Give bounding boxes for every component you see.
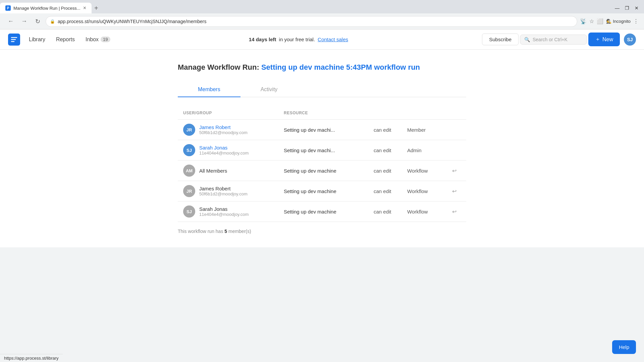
search-placeholder: Search or Ctrl+K	[533, 37, 568, 42]
tab-bar: P Manage Workflow Run | Process... × + —…	[0, 0, 644, 13]
app: Library Reports Inbox 19 14 days left in…	[0, 29, 644, 247]
resource-cell: Setting up dev machi...	[284, 127, 374, 133]
trial-days: 14 days left	[249, 37, 276, 42]
bookmark-icon[interactable]: ☆	[589, 18, 594, 24]
permission-cell: can edit	[374, 168, 407, 174]
user-info: James Robert 50f6b1d2@moodjoy.com	[199, 186, 248, 196]
user-info: Sarah Jonas 11e404e4@moodjoy.com	[199, 206, 249, 217]
inbox-badge: 19	[101, 37, 110, 42]
user-info: All Members	[199, 168, 227, 174]
plus-icon: ＋	[595, 36, 600, 43]
active-tab[interactable]: P Manage Workflow Run | Process... ×	[0, 3, 92, 13]
incognito-button[interactable]: 🕵 Incognito	[606, 19, 631, 24]
incognito-icon: 🕵	[606, 19, 611, 24]
url-text: app.process.st/runs/uQWKyUNWhTEUYnMcjSNJ…	[58, 19, 573, 24]
col-resource-header: RESOURCE	[284, 111, 374, 115]
user-info: James Robert 50f6b1d2@moodjoy.com	[199, 124, 248, 135]
user-cell: JR James Robert 50f6b1d2@moodjoy.com	[183, 124, 284, 136]
user-name: All Members	[199, 168, 227, 174]
profile-icon[interactable]: ⬜	[597, 18, 603, 24]
user-avatar-small: AM	[183, 165, 195, 177]
subscribe-button[interactable]: Subscribe	[482, 34, 519, 45]
user-cell: SJ Sarah Jonas 11e404e4@moodjoy.com	[183, 205, 284, 218]
user-email: 11e404e4@moodjoy.com	[199, 150, 249, 156]
table-row: SJ Sarah Jonas 11e404e4@moodjoy.com Sett…	[178, 140, 466, 160]
trial-text: in your free trial.	[279, 37, 315, 42]
resource-cell: Setting up dev machine	[284, 188, 374, 194]
revert-icon[interactable]: ↩	[452, 208, 457, 215]
library-nav[interactable]: Library	[24, 34, 50, 45]
user-cell: JR James Robert 50f6b1d2@moodjoy.com	[183, 185, 284, 197]
more-options-icon[interactable]: ⋮	[633, 18, 639, 24]
tab-title: Manage Workflow Run | Process...	[13, 6, 80, 11]
search-icon: 🔍	[524, 37, 530, 42]
trial-banner: 14 days left in your free trial. Contact…	[249, 37, 348, 42]
status-bar: https://app.process.st/library	[0, 354, 63, 362]
user-name: Sarah Jonas	[199, 206, 249, 212]
inbox-nav[interactable]: Inbox 19	[81, 34, 115, 45]
top-nav: Library Reports Inbox 19 14 days left in…	[0, 29, 644, 50]
app-logo[interactable]	[8, 34, 20, 46]
help-button[interactable]: Help	[612, 340, 636, 354]
table-row: AM All Members Setting up dev machine ca…	[178, 160, 466, 181]
user-avatar-small: SJ	[183, 144, 195, 156]
user-avatar-small: JR	[183, 124, 195, 136]
col-user-header: USER/GROUP	[183, 111, 284, 115]
forward-button[interactable]: →	[19, 16, 30, 27]
count-suffix: member(s)	[227, 229, 251, 234]
minimize-button[interactable]: —	[615, 5, 620, 11]
back-button[interactable]: ←	[5, 16, 16, 27]
permission-cell: can edit	[374, 127, 407, 133]
resource-cell: Setting up dev machi...	[284, 147, 374, 153]
role-cell: Workflow	[407, 209, 447, 215]
user-email: 50f6b1d2@moodjoy.com	[199, 130, 248, 135]
restore-button[interactable]: ❐	[625, 5, 629, 11]
action-cell: ↩	[447, 208, 461, 215]
tabs: Members Activity	[178, 82, 466, 97]
user-name: James Robert	[199, 186, 248, 191]
user-name-link[interactable]: Sarah Jonas	[199, 145, 249, 150]
close-button[interactable]: ✕	[635, 5, 639, 11]
col-action-header	[447, 111, 461, 115]
role-cell: Member	[407, 127, 447, 133]
role-cell: Workflow	[407, 188, 447, 194]
col-permission-header	[374, 111, 407, 115]
resource-cell: Setting up dev machine	[284, 209, 374, 215]
revert-icon[interactable]: ↩	[452, 188, 457, 194]
inbox-label: Inbox	[86, 37, 99, 43]
new-label: New	[602, 37, 613, 43]
table-row: JR James Robert 50f6b1d2@moodjoy.com Set…	[178, 181, 466, 201]
permission-cell: can edit	[374, 147, 407, 153]
user-email: 50f6b1d2@moodjoy.com	[199, 191, 248, 196]
members-table: USER/GROUP RESOURCE JR James Robert 50f6…	[178, 108, 466, 222]
col-role-header	[407, 111, 447, 115]
revert-icon[interactable]: ↩	[452, 168, 457, 174]
workflow-run-link[interactable]: Setting up dev machine 5:43PM workflow r…	[261, 63, 420, 71]
tab-activity[interactable]: Activity	[240, 82, 298, 97]
user-avatar[interactable]: SJ	[624, 34, 636, 46]
window-controls: — ❐ ✕	[615, 5, 644, 11]
search-box[interactable]: 🔍 Search or Ctrl+K	[520, 35, 587, 45]
permission-cell: can edit	[374, 209, 407, 215]
page-title: Manage Workflow Run: Setting up dev mach…	[178, 63, 466, 72]
user-email: 11e404e4@moodjoy.com	[199, 212, 249, 217]
reports-nav[interactable]: Reports	[51, 34, 79, 45]
new-button[interactable]: ＋ New	[588, 33, 620, 46]
tab-close-button[interactable]: ×	[83, 5, 86, 11]
table-body: JR James Robert 50f6b1d2@moodjoy.com Set…	[178, 119, 466, 222]
incognito-label: Incognito	[613, 19, 631, 24]
user-cell: AM All Members	[183, 165, 284, 177]
user-name-link[interactable]: James Robert	[199, 124, 248, 130]
user-cell: SJ Sarah Jonas 11e404e4@moodjoy.com	[183, 144, 284, 156]
url-bar[interactable]: 🔒 app.process.st/runs/uQWKyUNWhTEUYnMcjS…	[46, 16, 577, 27]
tab-favicon: P	[5, 5, 11, 11]
refresh-button[interactable]: ↻	[32, 16, 43, 27]
contact-sales-link[interactable]: Contact sales	[318, 37, 348, 42]
new-tab-button[interactable]: +	[92, 4, 101, 12]
cast-icon[interactable]: 📡	[580, 18, 587, 24]
member-count: 5	[224, 229, 227, 234]
user-avatar-small: JR	[183, 185, 195, 197]
table-row: SJ Sarah Jonas 11e404e4@moodjoy.com Sett…	[178, 201, 466, 222]
tab-members[interactable]: Members	[178, 82, 240, 97]
resource-cell: Setting up dev machine	[284, 168, 374, 174]
